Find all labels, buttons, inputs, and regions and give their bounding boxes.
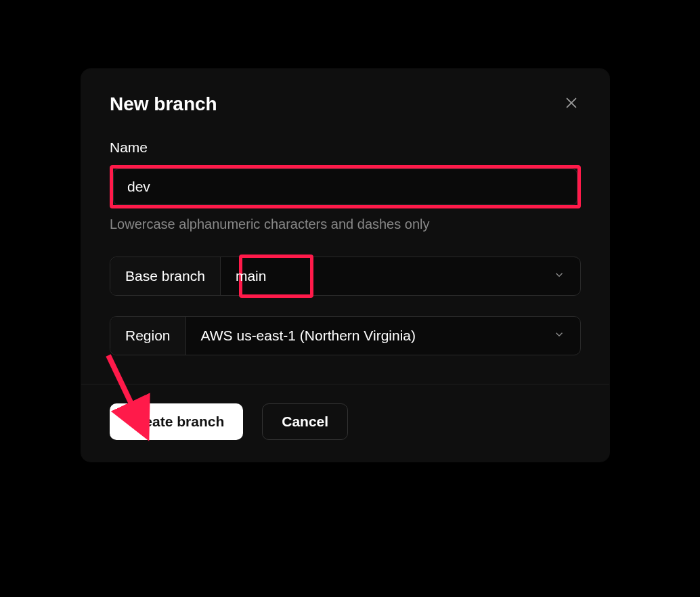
close-button[interactable] [562, 95, 581, 114]
chevron-down-icon [553, 269, 565, 284]
base-branch-value: main [236, 268, 267, 284]
name-helper-text: Lowercase alphanumeric characters and da… [110, 217, 581, 232]
name-input-highlight [110, 165, 581, 208]
region-value: AWS us-east-1 (Northern Virginia) [201, 328, 416, 344]
new-branch-modal: New branch Name Lowercase alphanumeric c… [81, 69, 609, 462]
modal-header: New branch [81, 69, 609, 115]
chevron-down-icon [553, 328, 565, 343]
name-label: Name [110, 139, 581, 156]
region-value-wrap[interactable]: AWS us-east-1 (Northern Virginia) [186, 317, 580, 355]
modal-title: New branch [110, 93, 217, 115]
name-input[interactable] [113, 169, 577, 205]
close-icon [564, 95, 579, 113]
create-branch-button[interactable]: Create branch [110, 403, 243, 440]
region-label: Region [110, 317, 186, 355]
modal-body: Name Lowercase alphanumeric characters a… [81, 115, 609, 384]
base-branch-label: Base branch [110, 257, 221, 295]
modal-footer: Create branch Cancel [81, 384, 609, 462]
region-select[interactable]: Region AWS us-east-1 (Northern Virginia) [110, 316, 581, 355]
cancel-button[interactable]: Cancel [262, 403, 348, 440]
base-branch-select[interactable]: Base branch main [110, 257, 581, 296]
base-branch-value-wrap[interactable]: main [221, 257, 580, 295]
